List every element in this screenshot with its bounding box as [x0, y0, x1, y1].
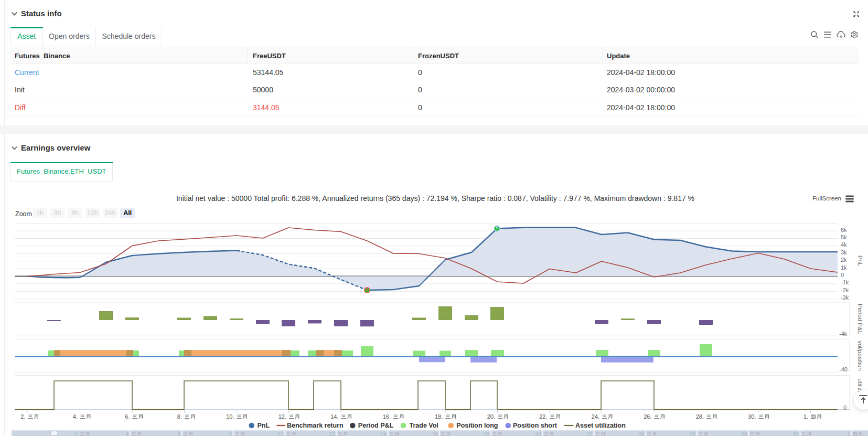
svg-text:26.: 26.	[690, 431, 697, 436]
svg-text:8.: 8.	[177, 413, 182, 420]
svg-text:-3k: -3k	[841, 294, 849, 301]
svg-text:5k: 5k	[841, 234, 847, 240]
svg-text:10.: 10.	[277, 431, 285, 436]
svg-text:16.: 16.	[432, 431, 440, 436]
svg-text:18.: 18.	[435, 413, 443, 420]
svg-text:1k: 1k	[841, 264, 847, 271]
svg-text:24.: 24.	[638, 431, 646, 436]
svg-text:10.: 10.	[226, 413, 234, 420]
svg-text:12.: 12.	[278, 413, 286, 420]
svg-text:2k: 2k	[841, 257, 847, 263]
svg-text:6.: 6.	[125, 413, 130, 420]
svg-text:22.: 22.	[587, 431, 594, 436]
svg-text:Position long: Position long	[456, 422, 498, 429]
svg-text:0: 0	[841, 272, 844, 278]
svg-text:4.: 4.	[126, 431, 130, 436]
svg-text:3k: 3k	[841, 249, 847, 256]
svg-text:4k: 4k	[841, 241, 847, 248]
svg-text:-40: -40	[839, 366, 848, 373]
svg-text:-2k: -2k	[841, 287, 849, 293]
svg-text:16.: 16.	[383, 413, 391, 420]
svg-text:-1k: -1k	[841, 279, 849, 285]
svg-text:PnL: PnL	[258, 422, 270, 429]
svg-text:8.: 8.	[229, 431, 233, 436]
svg-text:1.: 1.	[847, 431, 851, 436]
svg-text:2.: 2.	[20, 413, 25, 420]
svg-text:20.: 20.	[535, 431, 542, 436]
svg-text:14.: 14.	[330, 413, 338, 420]
svg-text:30.: 30.	[748, 413, 756, 420]
svg-text:6k: 6k	[841, 227, 847, 233]
svg-text:24.: 24.	[592, 413, 599, 420]
svg-text:Position short: Position short	[513, 422, 558, 429]
svg-text:Asset utilization: Asset utilization	[575, 422, 626, 429]
svg-text:26.: 26.	[644, 413, 651, 420]
svg-text:vol/position: vol/position	[857, 341, 863, 371]
svg-text:28.: 28.	[696, 413, 704, 420]
svg-text:0: 0	[843, 405, 846, 411]
svg-text:1.: 1.	[803, 413, 808, 420]
svg-text:PnL: PnL	[857, 256, 863, 267]
svg-text:Benchmark return: Benchmark return	[287, 422, 344, 429]
svg-text:12.: 12.	[329, 431, 336, 436]
svg-text:Trade Vol: Trade Vol	[410, 422, 438, 429]
svg-text:Period P&L: Period P&L	[857, 304, 863, 335]
svg-text:4.: 4.	[73, 413, 78, 420]
svg-text:14.: 14.	[381, 431, 388, 436]
svg-text:Period P&L: Period P&L	[358, 422, 394, 429]
svg-text:2.: 2.	[74, 431, 79, 436]
svg-text:18.: 18.	[484, 431, 491, 436]
svg-text:22.: 22.	[539, 413, 547, 420]
svg-text:6.: 6.	[177, 431, 181, 436]
svg-text:30.: 30.	[793, 431, 800, 436]
svg-text:28.: 28.	[741, 431, 748, 436]
svg-text:20.: 20.	[487, 413, 495, 420]
svg-text:-4k: -4k	[839, 331, 848, 337]
